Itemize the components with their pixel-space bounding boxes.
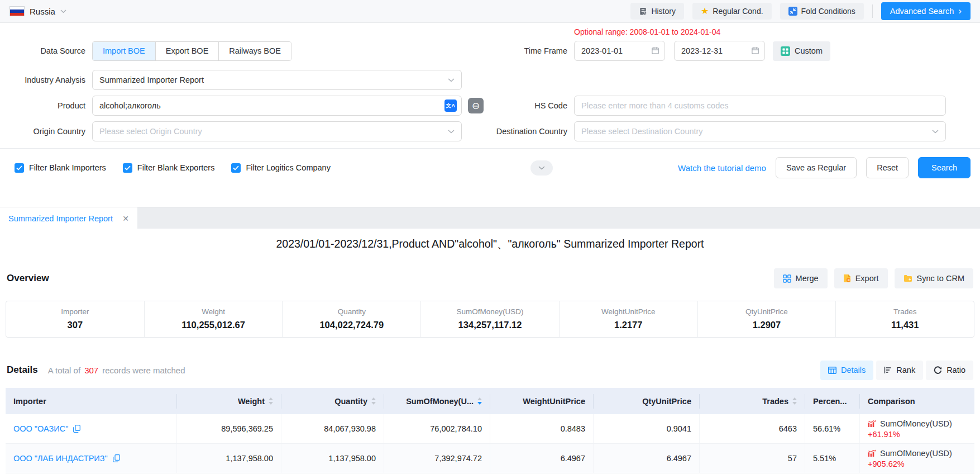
export-button[interactable]: Export (834, 268, 888, 288)
result-tab-strip: Summarized Importer Report ✕ (0, 207, 980, 229)
tab-export-boe[interactable]: Export BOE (155, 42, 219, 60)
filter-blank-importers-checkbox[interactable]: Filter Blank Importers (15, 163, 106, 173)
product-input[interactable] (92, 96, 462, 116)
checkbox-label: Filter Logitics Company (246, 163, 331, 172)
topbar-divider (872, 4, 873, 18)
stat-trades: Trades 11,431 (836, 301, 974, 337)
sync-to-crm-button[interactable]: Sync to CRM (895, 268, 973, 288)
stat-label: Trades (836, 307, 974, 316)
stat-weight-unit-price: WeightUnitPrice 1.2177 (560, 301, 698, 337)
view-switcher: Details Rank Ratio (820, 361, 973, 380)
stat-value: 134,257,117.12 (421, 320, 559, 330)
calendar-icon[interactable] (651, 46, 659, 55)
checkbox-checked-icon (231, 163, 241, 173)
qty-unit-price-cell: 6.4967 (594, 444, 700, 473)
industry-select[interactable]: Summarized Importer Report (92, 70, 462, 90)
weight-cell: 1,137,958.00 (177, 444, 281, 473)
tutorial-link[interactable]: Watch the tutorial demo (678, 163, 766, 173)
optional-range-hint: Optional range: 2008-01-01 to 2024-01-04 (574, 27, 980, 40)
tab-summarized-importer-report[interactable]: Summarized Importer Report ✕ (0, 207, 137, 229)
match-suffix: records were matched (102, 366, 185, 375)
filter-logitics-company-checkbox[interactable]: Filter Logitics Company (231, 163, 331, 173)
importer-cell[interactable]: ООО "ОАЗИС" (6, 414, 177, 443)
weight-cell: 89,596,369.25 (177, 414, 281, 443)
overview-stats-card: Importer 307 Weight 110,255,012.67 Quant… (6, 301, 974, 338)
view-ratio-button[interactable]: Ratio (926, 361, 973, 380)
col-trades[interactable]: Trades (700, 394, 805, 409)
overview-header: Overview Merge Export Sync to CRM (7, 268, 973, 288)
view-details-button[interactable]: Details (820, 361, 873, 380)
topbar-actions: History ★ Regular Cond. Fold Conditions … (630, 2, 971, 20)
sort-icon[interactable] (269, 397, 273, 405)
comparison-cell: SumOfMoney(USD) +905.62% (860, 444, 974, 473)
industry-value: Summarized Importer Report (99, 75, 204, 84)
merge-button[interactable]: Merge (774, 268, 828, 288)
table-row: ООО "ОАЗИС" 89,596,369.25 84,067,930.98 … (6, 414, 974, 444)
col-quantity[interactable]: Quantity (281, 394, 384, 409)
reset-button[interactable]: Reset (866, 157, 909, 178)
col-qty-unit-price[interactable]: QtyUnitPrice (594, 394, 700, 409)
merge-icon (783, 274, 791, 283)
destination-placeholder: Please select Destination Country (581, 127, 703, 136)
product-input-wrap: 文A (92, 96, 462, 116)
calendar-icon[interactable] (751, 46, 759, 55)
rank-icon (884, 366, 892, 374)
country-selector[interactable]: Russia (9, 6, 66, 16)
russia-flag-icon (9, 6, 25, 16)
percent-cell: 56.61% (805, 414, 860, 443)
comparison-metric: SumOfMoney(USD) (880, 449, 952, 458)
search-button[interactable]: Search (918, 157, 971, 178)
history-icon (639, 7, 647, 16)
col-importer[interactable]: Importer (6, 394, 177, 409)
view-ratio-label: Ratio (946, 366, 965, 375)
star-icon: ★ (701, 7, 709, 16)
translate-icon[interactable]: 文A (444, 99, 457, 112)
stat-label: QtyUnitPrice (698, 307, 836, 316)
stat-importer: Importer 307 (6, 301, 145, 337)
advanced-search-button[interactable]: Advanced Search › (881, 2, 971, 20)
destination-group: Destination Country Please select Destin… (469, 121, 953, 141)
chevron-down-icon (448, 130, 455, 134)
stat-value: 110,255,012.67 (145, 320, 283, 330)
collapse-form-button[interactable] (530, 160, 553, 176)
history-button[interactable]: History (630, 3, 684, 20)
sort-icon[interactable] (792, 397, 797, 405)
col-sum-of-money[interactable]: SumOfMoney(U... (384, 394, 490, 409)
custom-range-button[interactable]: Custom (773, 41, 830, 61)
tab-railways-boe[interactable]: Railways BOE (218, 42, 291, 60)
sort-icon-active-desc[interactable] (477, 397, 482, 405)
filter-blank-exporters-checkbox[interactable]: Filter Blank Exporters (123, 163, 215, 173)
hs-code-input[interactable] (574, 96, 946, 116)
trend-chart-icon (868, 420, 876, 427)
trend-chart-icon (868, 449, 876, 457)
hs-code-group: HS Code (469, 96, 953, 116)
hs-code-label: HS Code (469, 101, 574, 110)
form-footer: Filter Blank Importers Filter Blank Expo… (0, 153, 980, 182)
importer-cell[interactable]: ООО "ЛАБ ИНДАСТРИЗ" (6, 444, 177, 473)
quantity-cell: 1,137,958.00 (281, 444, 384, 473)
copy-icon[interactable] (73, 425, 80, 433)
save-as-regular-button[interactable]: Save as Regular (776, 157, 857, 178)
fold-conditions-button[interactable]: Fold Conditions (780, 3, 864, 20)
importer-name[interactable]: ООО "ЛАБ ИНДАСТРИЗ" (13, 454, 108, 463)
col-comparison[interactable]: Comparison (860, 394, 974, 409)
ratio-icon (934, 366, 942, 375)
col-weight-unit-price[interactable]: WeightUnitPrice (490, 394, 594, 409)
destination-country-select[interactable]: Please select Destination Country (574, 121, 946, 141)
col-percent[interactable]: Percen... (805, 394, 860, 409)
regular-cond-label: Regular Cond. (713, 7, 763, 16)
chevron-down-icon (932, 130, 939, 134)
tab-import-boe[interactable]: Import BOE (93, 42, 155, 60)
view-rank-button[interactable]: Rank (876, 361, 923, 380)
weight-unit-price-cell: 0.8483 (490, 414, 594, 443)
form-actions: Watch the tutorial demo Save as Regular … (678, 157, 971, 178)
copy-icon[interactable] (113, 454, 120, 462)
sort-icon[interactable] (371, 397, 376, 405)
origin-country-select[interactable]: Please select Origin Country (92, 121, 462, 141)
qty-unit-price-cell: 0.9041 (594, 414, 700, 443)
regular-cond-button[interactable]: ★ Regular Cond. (692, 3, 772, 20)
checkbox-checked-icon (15, 163, 24, 173)
col-weight[interactable]: Weight (177, 394, 281, 409)
importer-name[interactable]: ООО "ОАЗИС" (13, 424, 68, 433)
close-icon[interactable]: ✕ (122, 214, 129, 223)
